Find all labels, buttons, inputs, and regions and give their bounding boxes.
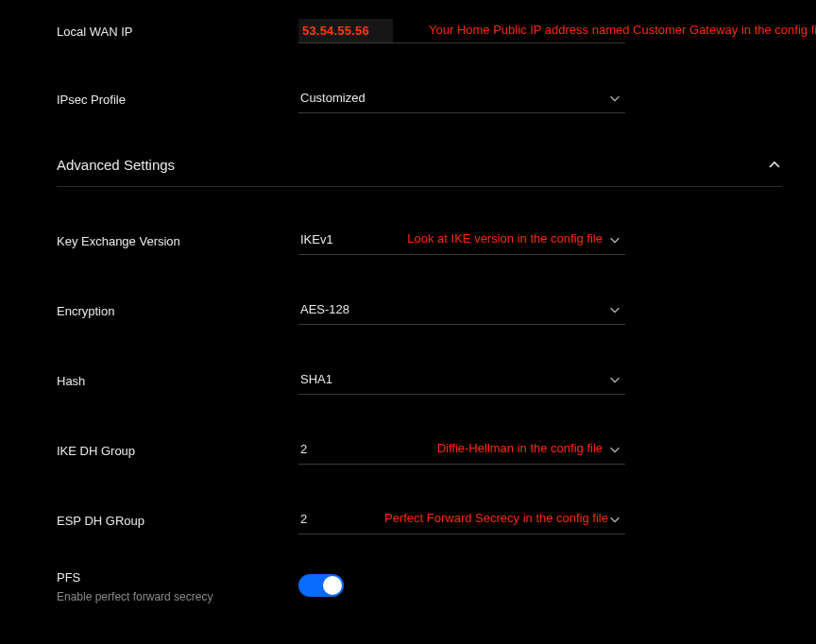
- pfs-sublabel: Enable perfect forward secrecy: [57, 590, 298, 603]
- hash-label: Hash: [57, 368, 298, 388]
- key-exchange-label: Key Exchange Version: [57, 229, 298, 248]
- hash-select[interactable]: SHA1: [298, 368, 625, 395]
- encryption-label: Encryption: [57, 298, 298, 318]
- local-wan-ip-label: Local WAN IP: [57, 19, 298, 39]
- esp-dh-note: Perfect Forward Secrecy in the config fi…: [384, 511, 608, 525]
- advanced-settings-title: Advanced Settings: [57, 157, 175, 173]
- chevron-down-icon: [608, 92, 621, 105]
- chevron-down-icon: [608, 373, 621, 386]
- toggle-knob: [323, 576, 342, 595]
- encryption-select[interactable]: AES-128: [298, 298, 625, 325]
- ike-dh-label: IKE DH Group: [57, 438, 298, 458]
- hash-value: SHA1: [300, 372, 332, 386]
- chevron-down-icon: [608, 303, 621, 316]
- pfs-label: PFS: [57, 570, 298, 585]
- pfs-toggle[interactable]: [298, 574, 344, 597]
- ike-dh-select[interactable]: 2 Diffie-Hellman in the config file: [298, 438, 625, 465]
- local-wan-ip-note: Your Home Public IP address named Custom…: [429, 23, 816, 37]
- encryption-value: AES-128: [300, 302, 349, 316]
- section-divider: [57, 186, 782, 187]
- ike-dh-value: 2: [300, 442, 307, 456]
- esp-dh-value: 2: [300, 512, 307, 526]
- chevron-down-icon: [608, 443, 621, 456]
- esp-dh-label: ESP DH GRoup: [57, 508, 298, 528]
- ipsec-profile-select[interactable]: Customized: [298, 87, 625, 113]
- local-wan-ip-input[interactable]: [298, 19, 393, 43]
- esp-dh-select[interactable]: 2 Perfect Forward Secrecy in the config …: [298, 508, 625, 534]
- chevron-down-icon: [608, 513, 621, 526]
- ipsec-profile-value: Customized: [300, 91, 366, 105]
- advanced-settings-toggle[interactable]: Advanced Settings: [57, 157, 782, 173]
- key-exchange-select[interactable]: IKEv1 Look at IKE version in the config …: [298, 229, 625, 255]
- ike-dh-note: Diffie-Hellman in the config file: [437, 441, 603, 455]
- key-exchange-value: IKEv1: [300, 232, 333, 246]
- ipsec-profile-label: IPsec Profile: [57, 87, 298, 107]
- chevron-up-icon: [767, 158, 782, 173]
- key-exchange-note: Look at IKE version in the config file: [407, 231, 603, 246]
- chevron-down-icon: [608, 233, 621, 246]
